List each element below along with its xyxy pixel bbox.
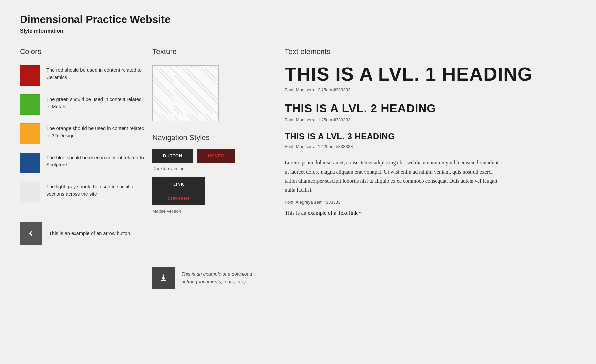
texture-heading: Texture	[152, 47, 265, 56]
color-swatch-green	[20, 94, 40, 115]
color-item-green: The green should be used in content rela…	[20, 94, 146, 115]
color-desc-red: The red should be used in content relate…	[46, 65, 146, 81]
heading-1-font-info: Font: Montserrat 2.25em #333333	[285, 87, 576, 92]
nav-mobile-link[interactable]: LINK	[152, 177, 205, 191]
text-elements-heading: Text elements	[285, 47, 576, 56]
download-button-desc: This is an example of a download button …	[181, 270, 265, 285]
heading-2-font-info: Font: Montserrat 1.25em #333333	[285, 117, 576, 122]
body-text-example: Lorem ipsum dolor sit amet, consectetuer…	[285, 158, 503, 194]
nav-mobile-current[interactable]: CURRENT	[152, 191, 205, 205]
heading-3-example: THIS IS A LVL. 3 HEADING	[285, 132, 576, 141]
heading-1-example: THIS IS A LVL. 1 HEADING	[285, 64, 576, 85]
button-examples-section: This is an example of an arrow button	[20, 222, 146, 245]
color-swatch-orange	[20, 123, 40, 144]
nav-button-hover[interactable]: HOVER	[197, 149, 235, 163]
colors-heading: Colors	[20, 47, 146, 56]
heading-2-example: THIS IS A LVL. 2 HEADING	[285, 102, 576, 115]
colors-section: Colors The red should be used in content…	[20, 47, 146, 289]
download-icon	[159, 273, 168, 283]
color-item-red: The red should be used in content relate…	[20, 65, 146, 86]
navigation-heading: Navigation Styles	[152, 133, 265, 142]
nav-mobile-label: Mobile version	[152, 209, 265, 214]
page-subtitle: Style information	[20, 28, 576, 34]
middle-section: Texture Navigation Styles BUTTON HOVER D…	[146, 47, 265, 289]
color-swatch-blue	[20, 153, 40, 173]
color-item-blue: The blue should be used in content relat…	[20, 153, 146, 173]
text-elements-section: Text elements THIS IS A LVL. 1 HEADING F…	[265, 47, 576, 289]
color-item-orange: The orange should be used in content rel…	[20, 123, 146, 144]
nav-button-default[interactable]: BUTTON	[152, 149, 193, 163]
color-swatch-lightgray	[20, 182, 40, 202]
color-desc-blue: The blue should be used in content relat…	[46, 153, 146, 168]
nav-desktop-label: Desktop version	[152, 166, 265, 171]
color-desc-lightgray: The light gray should be used in specifi…	[46, 182, 146, 198]
text-link-example[interactable]: This is an example of a Text link	[285, 210, 362, 216]
color-item-lightgray: The light gray should be used in specifi…	[20, 182, 146, 202]
nav-desktop-buttons: BUTTON HOVER	[152, 149, 265, 163]
arrow-button-desc: This is an example of an arrow button	[49, 230, 130, 237]
nav-mobile-buttons: LINK CURRENT	[152, 177, 205, 205]
download-button[interactable]	[152, 267, 175, 289]
arrow-left-icon	[26, 229, 36, 238]
color-swatch-red	[20, 65, 40, 86]
download-button-example: This is an example of a download button …	[152, 267, 265, 289]
texture-preview	[152, 65, 219, 121]
arrow-button-example: This is an example of an arrow button	[20, 222, 146, 245]
heading-3-font-info: Font: Montserrat 1.125em #333333	[285, 144, 576, 149]
color-desc-orange: The orange should be used in content rel…	[46, 123, 146, 139]
color-desc-green: The green should be used in content rela…	[46, 94, 146, 110]
download-button-area: This is an example of a download button …	[152, 267, 265, 289]
arrow-button[interactable]	[20, 222, 42, 245]
page-title: Dimensional Practice Website	[20, 13, 576, 25]
body-font-info: Font: Alegreya 1em #333333	[285, 200, 576, 205]
